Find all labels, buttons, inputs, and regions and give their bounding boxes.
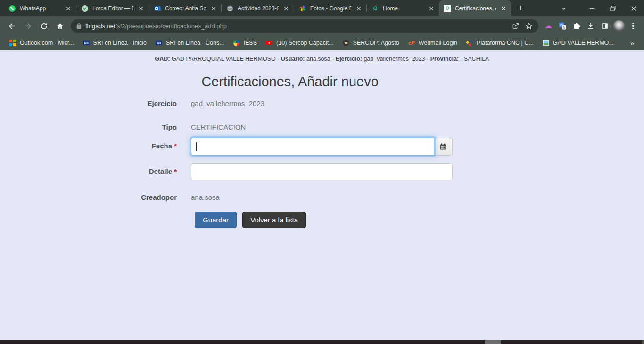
save-button[interactable]: Guardar — [195, 212, 237, 228]
tab-close-icon[interactable] — [282, 5, 290, 12]
google-translate-icon[interactable]: GA — [555, 19, 570, 33]
tab-close-icon[interactable] — [137, 5, 145, 12]
cnc-icon — [466, 39, 473, 47]
svg-text:A: A — [563, 26, 565, 29]
required-mark: * — [174, 167, 177, 175]
tab-home[interactable]: ⚙ Home — [367, 0, 439, 16]
bookmark-gad-valle-hermoso[interactable]: GAD VALLE HERMO... — [538, 37, 618, 49]
gad-site-icon — [542, 39, 550, 47]
tipo-label: Tipo — [0, 123, 177, 131]
extension-cloud-icon[interactable]: ☁ — [541, 19, 555, 33]
tab-close-icon[interactable] — [355, 5, 363, 12]
gear-icon: ⚙ — [444, 5, 451, 12]
detalle-input[interactable] — [191, 163, 453, 180]
bookmark-sercop-youtube[interactable]: (10) Sercop Capacit... — [261, 37, 338, 49]
page-content: GAD: GAD PARROQUIAL VALLE HERMOSO - Usua… — [0, 50, 644, 340]
taskbar-edge-highlight — [485, 340, 501, 344]
google-photos-icon — [299, 5, 306, 12]
lorca-editor-icon — [81, 5, 89, 12]
tab-whatsapp[interactable]: WhatsApp — [4, 0, 76, 16]
bookmark-outlook[interactable]: Outlook.com - Micr... — [5, 37, 78, 49]
calendar-button[interactable] — [434, 138, 453, 156]
tab-actividad[interactable]: Actividad 2023-0 — [222, 0, 294, 16]
minimize-button[interactable] — [582, 0, 603, 16]
bookmark-sri-consultas[interactable]: SRI SRI en Línea - Cons... — [151, 37, 229, 49]
creadopor-label: Creadopor — [0, 193, 177, 201]
restore-window-button[interactable] — [603, 0, 623, 16]
bookmark-iess[interactable]: IESS — [229, 37, 262, 49]
tab-certificaciones-active[interactable]: ⚙ Certificaciones, A — [439, 0, 511, 16]
home-button[interactable] — [52, 18, 68, 34]
form-row-detalle: Detalle * — [0, 163, 644, 180]
tab-search-chevron-icon[interactable] — [554, 0, 573, 16]
tab-title: Certificaciones, A — [455, 5, 496, 12]
share-icon[interactable] — [509, 19, 522, 33]
extensions-puzzle-icon[interactable] — [570, 19, 584, 33]
bookmark-sercop-agosto[interactable]: m SERCOP: Agosto — [338, 37, 404, 49]
reload-button[interactable] — [36, 18, 52, 34]
meta-provincia-label: Provincia: — [430, 56, 459, 62]
tab-lorca-editor[interactable]: Lorca Editor — El — [76, 0, 149, 16]
sri-icon: SRI — [83, 39, 90, 47]
meta-ejercicio-label: Ejercicio: — [336, 56, 362, 62]
meta-usuario-label: Usuario: — [281, 56, 305, 62]
tab-close-icon[interactable] — [65, 5, 72, 12]
required-mark: * — [174, 142, 177, 150]
form-row-fecha: Fecha * — [0, 138, 644, 156]
tab-bar: WhatsApp Lorca Editor — El Correo: Anita… — [0, 0, 644, 16]
youtube-icon — [265, 39, 273, 47]
creadopor-value: ana.sosa — [191, 193, 453, 201]
meta-usuario-value: ana.sosa - — [305, 56, 335, 62]
url-text[interactable]: fingads.net/sf2/presupuesto/certificacio… — [85, 23, 227, 30]
forward-button[interactable] — [20, 18, 36, 34]
close-window-button[interactable] — [623, 0, 644, 16]
iess-icon — [233, 39, 240, 47]
tipo-value: CERTIFICACION — [191, 123, 453, 131]
back-to-list-button[interactable]: Volver a la lista — [242, 212, 306, 228]
lock-icon[interactable] — [76, 23, 82, 29]
sercop-icon: m — [342, 39, 350, 47]
bookmark-webmail[interactable]: cP Webmail Login — [404, 37, 462, 49]
address-bar[interactable]: fingads.net/sf2/presupuesto/certificacio… — [71, 19, 538, 33]
tab-title: Fotos - Google F — [310, 5, 351, 12]
svg-text:m: m — [344, 41, 347, 45]
gear-icon: ⚙ — [372, 5, 379, 12]
ejercicio-value: gad_vallehermos_2023 — [191, 99, 453, 107]
meta-provincia-value: TSACHILA — [459, 56, 489, 62]
profile-avatar[interactable] — [612, 19, 626, 33]
form-row-tipo: Tipo CERTIFICACION — [0, 120, 644, 134]
bookmark-sri-inicio[interactable]: SRI SRI en Línea - Inicio — [78, 37, 151, 49]
bookmarks-bar: Outlook.com - Micr... SRI SRI en Línea -… — [0, 35, 644, 50]
outlook-icon — [154, 5, 161, 12]
new-tab-button[interactable] — [514, 1, 527, 15]
tab-google-fotos[interactable]: Fotos - Google F — [294, 0, 366, 16]
meta-gad-label: GAD: — [155, 56, 170, 62]
tabbar-spacer — [527, 0, 554, 16]
tab-title: WhatsApp — [20, 5, 61, 12]
browser-toolbar: fingads.net/sf2/presupuesto/certificacio… — [0, 16, 644, 35]
page-title: Certificaciones, Añadir nuevo — [0, 74, 580, 90]
sri-icon: SRI — [155, 39, 163, 47]
svg-text:SRI: SRI — [84, 41, 89, 44]
tab-correo-outlook[interactable]: Correo: Anita Sos — [149, 0, 221, 16]
back-button[interactable] — [4, 18, 20, 34]
browser-menu-icon[interactable] — [626, 19, 640, 33]
tab-close-icon[interactable] — [500, 5, 507, 12]
session-info-bar: GAD: GAD PARROQUIAL VALLE HERMOSO - Usua… — [0, 50, 644, 62]
form-actions: Guardar Volver a la lista — [0, 212, 644, 228]
whatsapp-icon — [8, 5, 16, 12]
downloads-icon[interactable] — [584, 19, 598, 33]
microsoft-icon — [9, 39, 17, 47]
ejercicio-label: Ejercicio — [0, 99, 177, 107]
tab-close-icon[interactable] — [210, 5, 217, 12]
fecha-input[interactable] — [191, 138, 434, 156]
activity-icon — [226, 5, 234, 12]
side-panel-icon[interactable] — [598, 19, 612, 33]
bookmark-star-icon[interactable] — [522, 19, 536, 33]
bookmarks-overflow-chevron[interactable]: » — [625, 36, 639, 49]
tab-close-icon[interactable] — [428, 5, 435, 12]
tab-title: Correo: Anita Sos — [165, 5, 206, 12]
bookmark-plataforma-cnc[interactable]: Plataforma CNC | C... — [462, 37, 538, 49]
cpanel-icon: cP — [408, 39, 415, 47]
taskbar-edge-corner — [642, 340, 644, 344]
